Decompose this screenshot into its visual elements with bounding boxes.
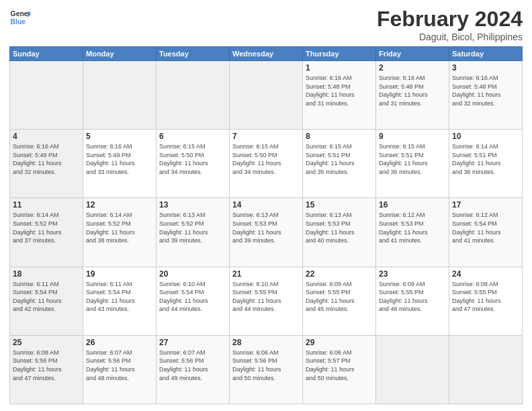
calendar-cell (376, 335, 449, 404)
main-title: February 2024 (377, 7, 523, 32)
day-info: Sunrise: 6:14 AM Sunset: 5:52 PM Dayligh… (86, 211, 153, 244)
day-number: 6 (159, 132, 226, 141)
day-info: Sunrise: 6:12 AM Sunset: 5:53 PM Dayligh… (379, 211, 446, 244)
day-info: Sunrise: 6:07 AM Sunset: 5:56 PM Dayligh… (86, 349, 153, 382)
calendar-cell (10, 61, 83, 130)
day-number: 5 (86, 132, 153, 141)
day-number: 3 (452, 63, 519, 73)
day-number: 9 (379, 132, 446, 141)
calendar-cell: 20Sunrise: 6:10 AM Sunset: 5:54 PM Dayli… (157, 267, 230, 335)
calendar-cell: 26Sunrise: 6:07 AM Sunset: 5:56 PM Dayli… (83, 335, 157, 404)
day-info: Sunrise: 6:14 AM Sunset: 5:52 PM Dayligh… (13, 211, 80, 244)
calendar-cell: 6Sunrise: 6:15 AM Sunset: 5:50 PM Daylig… (157, 130, 230, 198)
calendar-cell: 23Sunrise: 6:09 AM Sunset: 5:55 PM Dayli… (376, 267, 449, 335)
day-number: 24 (452, 269, 519, 279)
day-number: 15 (306, 200, 373, 210)
day-info: Sunrise: 6:06 AM Sunset: 5:57 PM Dayligh… (306, 349, 373, 382)
column-header-sunday: Sunday (10, 47, 83, 61)
calendar-cell (157, 61, 230, 130)
day-number: 26 (86, 338, 153, 347)
calendar-cell: 18Sunrise: 6:11 AM Sunset: 5:54 PM Dayli… (10, 267, 83, 335)
day-info: Sunrise: 6:09 AM Sunset: 5:55 PM Dayligh… (306, 280, 373, 314)
calendar-cell: 25Sunrise: 6:08 AM Sunset: 5:56 PM Dayli… (10, 335, 83, 404)
day-number: 8 (306, 132, 373, 141)
calendar-cell: 13Sunrise: 6:13 AM Sunset: 5:52 PM Dayli… (157, 198, 230, 267)
calendar-cell: 3Sunrise: 6:16 AM Sunset: 5:48 PM Daylig… (449, 61, 523, 130)
calendar-cell (230, 61, 303, 130)
calendar-cell: 8Sunrise: 6:15 AM Sunset: 5:51 PM Daylig… (303, 130, 376, 198)
calendar-header-row: SundayMondayTuesdayWednesdayThursdayFrid… (10, 47, 523, 61)
calendar-cell: 19Sunrise: 6:11 AM Sunset: 5:54 PM Dayli… (83, 267, 157, 335)
week-row-3: 11Sunrise: 6:14 AM Sunset: 5:52 PM Dayli… (10, 198, 523, 267)
day-number: 11 (13, 200, 80, 210)
calendar-cell: 17Sunrise: 6:12 AM Sunset: 5:54 PM Dayli… (449, 198, 523, 267)
day-info: Sunrise: 6:16 AM Sunset: 5:49 PM Dayligh… (13, 142, 80, 176)
column-header-tuesday: Tuesday (157, 47, 230, 61)
title-block: February 2024 Daguit, Bicol, Philippines (377, 7, 523, 42)
day-info: Sunrise: 6:13 AM Sunset: 5:52 PM Dayligh… (159, 211, 226, 244)
column-header-wednesday: Wednesday (230, 47, 303, 61)
day-info: Sunrise: 6:08 AM Sunset: 5:55 PM Dayligh… (452, 280, 519, 314)
calendar-cell: 11Sunrise: 6:14 AM Sunset: 5:52 PM Dayli… (10, 198, 83, 267)
calendar-cell: 12Sunrise: 6:14 AM Sunset: 5:52 PM Dayli… (83, 198, 157, 267)
calendar-cell: 9Sunrise: 6:15 AM Sunset: 5:51 PM Daylig… (376, 130, 449, 198)
day-info: Sunrise: 6:09 AM Sunset: 5:55 PM Dayligh… (379, 280, 446, 314)
logo-icon: General Blue (9, 7, 31, 28)
calendar-cell: 5Sunrise: 6:16 AM Sunset: 5:49 PM Daylig… (83, 130, 157, 198)
day-number: 7 (232, 132, 300, 141)
day-info: Sunrise: 6:10 AM Sunset: 5:54 PM Dayligh… (159, 280, 226, 314)
day-number: 1 (306, 63, 373, 73)
calendar-cell: 10Sunrise: 6:14 AM Sunset: 5:51 PM Dayli… (449, 130, 523, 198)
calendar-cell: 14Sunrise: 6:13 AM Sunset: 5:53 PM Dayli… (230, 198, 303, 267)
day-number: 18 (13, 269, 80, 279)
day-number: 19 (86, 269, 153, 279)
column-header-saturday: Saturday (449, 47, 523, 61)
column-header-friday: Friday (376, 47, 449, 61)
day-number: 27 (159, 338, 226, 347)
day-info: Sunrise: 6:11 AM Sunset: 5:54 PM Dayligh… (13, 280, 80, 314)
calendar-cell: 27Sunrise: 6:07 AM Sunset: 5:56 PM Dayli… (157, 335, 230, 404)
day-number: 29 (306, 338, 373, 347)
day-info: Sunrise: 6:13 AM Sunset: 5:53 PM Dayligh… (232, 211, 300, 244)
day-number: 20 (159, 269, 226, 279)
day-number: 12 (86, 200, 153, 210)
day-info: Sunrise: 6:16 AM Sunset: 5:48 PM Dayligh… (379, 74, 446, 107)
header: General Blue February 2024 Daguit, Bicol… (9, 7, 523, 42)
day-info: Sunrise: 6:12 AM Sunset: 5:54 PM Dayligh… (452, 211, 519, 244)
week-row-4: 18Sunrise: 6:11 AM Sunset: 5:54 PM Dayli… (10, 267, 523, 335)
page: General Blue February 2024 Daguit, Bicol… (0, 0, 532, 411)
day-info: Sunrise: 6:16 AM Sunset: 5:48 PM Dayligh… (306, 74, 373, 107)
day-number: 28 (232, 338, 300, 347)
calendar-cell: 29Sunrise: 6:06 AM Sunset: 5:57 PM Dayli… (303, 335, 376, 404)
subtitle: Daguit, Bicol, Philippines (377, 32, 523, 42)
day-number: 13 (159, 200, 226, 210)
day-info: Sunrise: 6:15 AM Sunset: 5:50 PM Dayligh… (232, 142, 300, 176)
calendar-cell: 16Sunrise: 6:12 AM Sunset: 5:53 PM Dayli… (376, 198, 449, 267)
day-info: Sunrise: 6:06 AM Sunset: 5:56 PM Dayligh… (232, 349, 300, 382)
day-info: Sunrise: 6:07 AM Sunset: 5:56 PM Dayligh… (159, 349, 226, 382)
day-info: Sunrise: 6:13 AM Sunset: 5:53 PM Dayligh… (306, 211, 373, 244)
day-info: Sunrise: 6:16 AM Sunset: 5:48 PM Dayligh… (452, 74, 519, 107)
calendar-table: SundayMondayTuesdayWednesdayThursdayFrid… (9, 46, 523, 404)
column-header-thursday: Thursday (303, 47, 376, 61)
calendar-cell: 15Sunrise: 6:13 AM Sunset: 5:53 PM Dayli… (303, 198, 376, 267)
day-number: 25 (13, 338, 80, 347)
day-number: 2 (379, 63, 446, 73)
week-row-5: 25Sunrise: 6:08 AM Sunset: 5:56 PM Dayli… (10, 335, 523, 404)
calendar-cell: 22Sunrise: 6:09 AM Sunset: 5:55 PM Dayli… (303, 267, 376, 335)
day-info: Sunrise: 6:10 AM Sunset: 5:55 PM Dayligh… (232, 280, 300, 314)
calendar-cell: 2Sunrise: 6:16 AM Sunset: 5:48 PM Daylig… (376, 61, 449, 130)
calendar-cell (83, 61, 157, 130)
day-info: Sunrise: 6:15 AM Sunset: 5:50 PM Dayligh… (159, 142, 226, 176)
calendar-cell: 28Sunrise: 6:06 AM Sunset: 5:56 PM Dayli… (230, 335, 303, 404)
calendar-cell: 7Sunrise: 6:15 AM Sunset: 5:50 PM Daylig… (230, 130, 303, 198)
day-info: Sunrise: 6:14 AM Sunset: 5:51 PM Dayligh… (452, 142, 519, 176)
day-number: 21 (232, 269, 300, 279)
day-number: 4 (13, 132, 80, 141)
day-info: Sunrise: 6:08 AM Sunset: 5:56 PM Dayligh… (13, 349, 80, 382)
day-number: 16 (379, 200, 446, 210)
day-info: Sunrise: 6:15 AM Sunset: 5:51 PM Dayligh… (306, 142, 373, 176)
day-number: 14 (232, 200, 300, 210)
calendar-cell: 24Sunrise: 6:08 AM Sunset: 5:55 PM Dayli… (449, 267, 523, 335)
day-number: 10 (452, 132, 519, 141)
